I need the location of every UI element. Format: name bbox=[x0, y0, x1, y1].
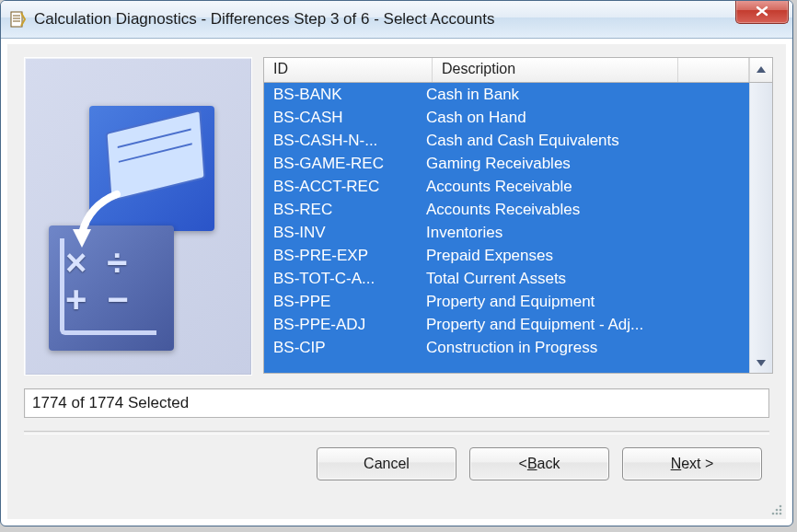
cell-id: BS-CASH-N-... bbox=[264, 129, 422, 152]
svg-point-12 bbox=[780, 513, 782, 515]
cell-description: Gaming Receivables bbox=[422, 152, 749, 175]
column-header-spacer bbox=[678, 58, 749, 82]
svg-point-10 bbox=[772, 513, 775, 515]
table-row[interactable]: BS-CIPConstruction in Progress bbox=[264, 336, 749, 359]
column-header-id[interactable]: ID bbox=[264, 58, 433, 82]
cell-id: BS-CASH bbox=[264, 106, 422, 129]
scroll-down-icon[interactable] bbox=[751, 353, 771, 373]
window-title: Calculation Diagnostics - Differences St… bbox=[34, 10, 495, 29]
cell-id: BS-ACCT-REC bbox=[264, 175, 422, 198]
table-row[interactable]: BS-PRE-EXPPrepaid Expenses bbox=[264, 244, 749, 267]
next-button[interactable]: Next > bbox=[622, 447, 762, 480]
back-suffix: ack bbox=[537, 456, 560, 472]
resize-grip-icon[interactable] bbox=[768, 501, 784, 517]
cell-description: Inventories bbox=[422, 221, 749, 244]
list-body[interactable]: BS-BANKCash in BankBS-CASHCash on HandBS… bbox=[264, 83, 749, 373]
cell-description: Property and Equipment - Adj... bbox=[422, 313, 749, 336]
close-icon bbox=[754, 6, 770, 17]
svg-rect-0 bbox=[11, 12, 22, 27]
table-row[interactable]: BS-INVInventories bbox=[264, 221, 749, 244]
list-body-wrap: BS-BANKCash in BankBS-CASHCash on HandBS… bbox=[263, 83, 773, 374]
wizard-illustration: ×÷ +− bbox=[24, 57, 252, 376]
cell-description: Prepaid Expenses bbox=[422, 244, 749, 267]
table-row[interactable]: BS-PPEProperty and Equipment bbox=[264, 290, 749, 313]
close-button[interactable] bbox=[735, 0, 789, 24]
selection-status: 1774 of 1774 Selected bbox=[24, 388, 769, 418]
titlebar[interactable]: Calculation Diagnostics - Differences St… bbox=[1, 1, 792, 39]
svg-point-11 bbox=[776, 513, 779, 515]
back-prefix: < bbox=[519, 456, 527, 472]
cell-id: BS-GAME-REC bbox=[264, 152, 422, 175]
scroll-header-up[interactable] bbox=[749, 58, 772, 82]
next-mnemonic: N bbox=[671, 456, 682, 472]
cell-id: BS-REC bbox=[264, 198, 422, 221]
cancel-label: Cancel bbox=[364, 456, 410, 472]
wizard-buttons: Cancel < Back Next > bbox=[7, 434, 786, 480]
cancel-button[interactable]: Cancel bbox=[317, 447, 456, 480]
cell-description: Property and Equipment bbox=[422, 290, 749, 313]
status-row: 1774 of 1774 Selected bbox=[24, 388, 769, 418]
cell-description: Total Current Assets bbox=[422, 267, 749, 290]
cell-id: BS-CIP bbox=[264, 336, 422, 359]
accounts-list: ID Description BS-BANKCash in BankBS-CAS… bbox=[263, 57, 773, 374]
table-row[interactable]: BS-CASHCash on Hand bbox=[264, 106, 749, 129]
client-area: ×÷ +− ID Description BS-BANKCash in Bank… bbox=[6, 43, 787, 520]
svg-marker-5 bbox=[757, 66, 766, 73]
column-header-description[interactable]: Description bbox=[433, 58, 678, 82]
list-header: ID Description bbox=[263, 57, 773, 83]
table-row[interactable]: BS-ACCT-RECAccounts Receivable bbox=[264, 175, 749, 198]
cell-description: Cash in Bank bbox=[422, 83, 749, 106]
cell-id: BS-PPE bbox=[264, 290, 422, 313]
window-controls bbox=[735, 0, 789, 24]
cell-description: Construction in Progress bbox=[422, 336, 749, 359]
vertical-scrollbar[interactable] bbox=[749, 83, 772, 373]
cell-description: Accounts Receivable bbox=[422, 175, 749, 198]
upper-panel: ×÷ +− ID Description BS-BANKCash in Bank… bbox=[7, 44, 786, 383]
cell-description: Cash and Cash Equivalents bbox=[422, 129, 749, 152]
back-button[interactable]: < Back bbox=[469, 447, 609, 480]
back-mnemonic: B bbox=[527, 456, 537, 472]
table-row[interactable]: BS-TOT-C-A...Total Current Assets bbox=[264, 267, 749, 290]
cell-description: Cash on Hand bbox=[422, 106, 749, 129]
table-row[interactable]: BS-GAME-RECGaming Receivables bbox=[264, 152, 749, 175]
cell-id: BS-PPE-ADJ bbox=[264, 313, 422, 336]
svg-marker-6 bbox=[757, 360, 766, 366]
table-row[interactable]: BS-BANKCash in Bank bbox=[264, 83, 749, 106]
svg-point-9 bbox=[780, 509, 782, 512]
svg-point-7 bbox=[780, 505, 782, 508]
table-row[interactable]: BS-RECAccounts Receivables bbox=[264, 198, 749, 221]
cell-id: BS-INV bbox=[264, 221, 422, 244]
table-row[interactable]: BS-CASH-N-...Cash and Cash Equivalents bbox=[264, 129, 749, 152]
app-icon bbox=[8, 10, 27, 29]
table-row[interactable]: BS-PPE-ADJProperty and Equipment - Adj..… bbox=[264, 313, 749, 336]
cell-id: BS-PRE-EXP bbox=[264, 244, 422, 267]
next-suffix: ext > bbox=[681, 456, 713, 472]
cell-id: BS-BANK bbox=[264, 83, 422, 106]
dialog-window: Calculation Diagnostics - Differences St… bbox=[0, 0, 793, 526]
cell-description: Accounts Receivables bbox=[422, 198, 749, 221]
svg-point-8 bbox=[776, 509, 779, 512]
cell-id: BS-TOT-C-A... bbox=[264, 267, 422, 290]
